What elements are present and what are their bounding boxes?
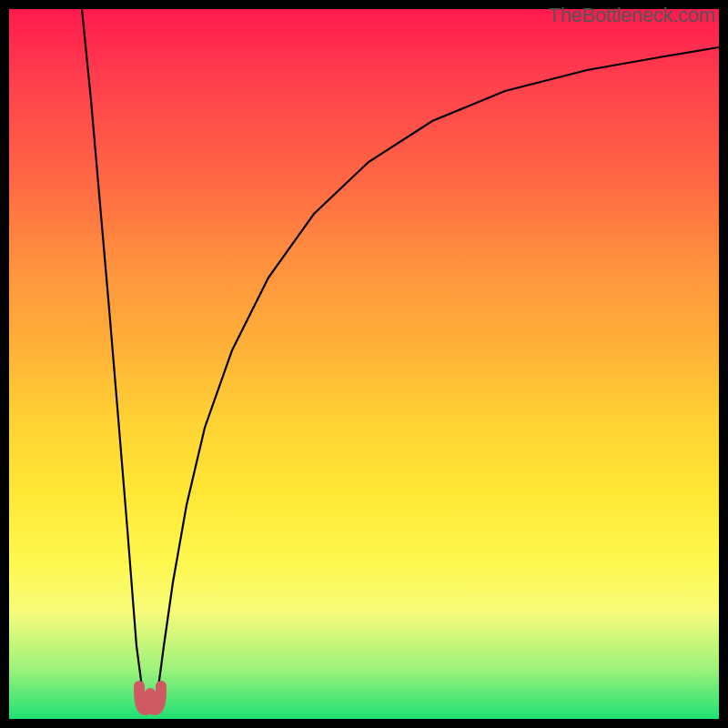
minimum-marker xyxy=(139,686,161,710)
curve-left-branch xyxy=(82,9,144,701)
curve-right-branch xyxy=(157,47,719,701)
line-plot xyxy=(9,9,719,719)
chart-frame: TheBottleneck.com xyxy=(0,0,728,728)
plot-area xyxy=(9,9,719,719)
